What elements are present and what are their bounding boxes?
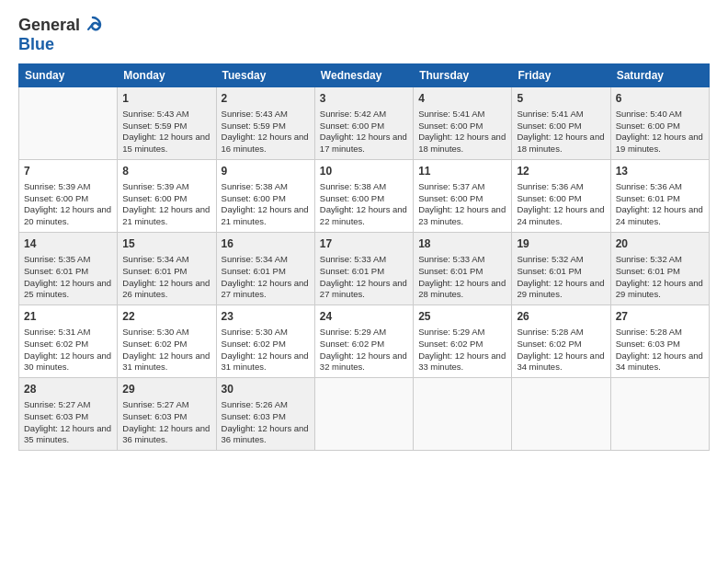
day-info: Sunrise: 5:27 AMSunset: 6:03 PMDaylight:… (122, 399, 210, 446)
day-info: Sunrise: 5:29 AMSunset: 6:02 PMDaylight:… (320, 327, 408, 373)
calendar-cell: 30Sunrise: 5:26 AMSunset: 6:03 PMDayligh… (216, 378, 314, 451)
day-number: 22 (122, 309, 210, 325)
calendar-cell: 29Sunrise: 5:27 AMSunset: 6:03 PMDayligh… (118, 378, 216, 451)
calendar-cell: 1Sunrise: 5:43 AMSunset: 5:59 PMDaylight… (118, 87, 216, 160)
day-number: 20 (616, 236, 704, 252)
calendar-header-saturday: Saturday (610, 64, 709, 87)
day-number: 9 (222, 164, 310, 179)
day-number: 17 (320, 236, 408, 252)
calendar-header-thursday: Thursday (414, 64, 512, 87)
calendar-cell (314, 378, 413, 451)
calendar-week-row: 28Sunrise: 5:27 AMSunset: 6:03 PMDayligh… (19, 378, 710, 451)
day-number: 15 (122, 236, 210, 252)
calendar-cell: 4Sunrise: 5:41 AMSunset: 6:00 PMDaylight… (414, 87, 512, 160)
day-number: 6 (616, 91, 704, 107)
day-number: 29 (122, 382, 210, 397)
day-number: 25 (418, 309, 506, 325)
day-info: Sunrise: 5:42 AMSunset: 6:00 PMDaylight:… (320, 109, 408, 155)
calendar-header-wednesday: Wednesday (314, 64, 413, 87)
calendar-cell: 15Sunrise: 5:34 AMSunset: 6:01 PMDayligh… (118, 233, 216, 305)
calendar-cell: 12Sunrise: 5:36 AMSunset: 6:00 PMDayligh… (512, 160, 610, 233)
day-number: 16 (222, 236, 310, 252)
calendar-cell: 28Sunrise: 5:27 AMSunset: 6:03 PMDayligh… (19, 378, 118, 451)
day-info: Sunrise: 5:35 AMSunset: 6:01 PMDaylight:… (24, 254, 112, 301)
day-info: Sunrise: 5:43 AMSunset: 5:59 PMDaylight:… (122, 109, 210, 155)
day-number: 28 (24, 382, 112, 397)
day-info: Sunrise: 5:31 AMSunset: 6:02 PMDaylight:… (24, 327, 112, 373)
day-info: Sunrise: 5:36 AMSunset: 6:00 PMDaylight:… (517, 181, 605, 228)
calendar-cell: 9Sunrise: 5:38 AMSunset: 6:00 PMDaylight… (216, 160, 314, 233)
day-number: 27 (616, 309, 704, 325)
calendar-cell: 10Sunrise: 5:38 AMSunset: 6:00 PMDayligh… (314, 160, 413, 233)
calendar-cell: 20Sunrise: 5:32 AMSunset: 6:01 PMDayligh… (610, 233, 709, 305)
day-info: Sunrise: 5:32 AMSunset: 6:01 PMDaylight:… (517, 254, 605, 301)
day-info: Sunrise: 5:33 AMSunset: 6:01 PMDaylight:… (418, 254, 506, 301)
calendar-cell (19, 87, 118, 160)
day-number: 18 (418, 236, 506, 252)
day-number: 13 (616, 164, 704, 179)
calendar-week-row: 21Sunrise: 5:31 AMSunset: 6:02 PMDayligh… (19, 305, 710, 378)
day-info: Sunrise: 5:26 AMSunset: 6:03 PMDaylight:… (222, 399, 310, 446)
day-number: 12 (517, 164, 605, 179)
calendar-cell: 22Sunrise: 5:30 AMSunset: 6:02 PMDayligh… (118, 305, 216, 378)
day-info: Sunrise: 5:39 AMSunset: 6:00 PMDaylight:… (122, 181, 210, 228)
day-number: 26 (517, 309, 605, 325)
calendar-cell: 16Sunrise: 5:34 AMSunset: 6:01 PMDayligh… (216, 233, 314, 305)
logo-bird-icon (83, 15, 103, 35)
calendar-cell: 27Sunrise: 5:28 AMSunset: 6:03 PMDayligh… (610, 305, 709, 378)
day-info: Sunrise: 5:36 AMSunset: 6:01 PMDaylight:… (616, 181, 704, 228)
calendar-table: SundayMondayTuesdayWednesdayThursdayFrid… (18, 63, 710, 451)
calendar-cell (414, 378, 512, 451)
calendar-week-row: 7Sunrise: 5:39 AMSunset: 6:00 PMDaylight… (19, 160, 710, 233)
logo-blue-text: Blue (18, 35, 54, 54)
day-info: Sunrise: 5:38 AMSunset: 6:00 PMDaylight:… (320, 181, 408, 228)
calendar-cell: 6Sunrise: 5:40 AMSunset: 6:00 PMDaylight… (610, 87, 709, 160)
day-number: 14 (24, 236, 112, 252)
day-info: Sunrise: 5:41 AMSunset: 6:00 PMDaylight:… (418, 109, 506, 155)
day-info: Sunrise: 5:37 AMSunset: 6:00 PMDaylight:… (418, 181, 506, 228)
day-info: Sunrise: 5:38 AMSunset: 6:00 PMDaylight:… (222, 181, 310, 228)
calendar-header-row: SundayMondayTuesdayWednesdayThursdayFrid… (19, 64, 710, 87)
day-number: 3 (320, 91, 408, 107)
day-number: 11 (418, 164, 506, 179)
header: General Blue (18, 15, 710, 54)
day-info: Sunrise: 5:30 AMSunset: 6:02 PMDaylight:… (122, 327, 210, 373)
calendar-cell: 3Sunrise: 5:42 AMSunset: 6:00 PMDaylight… (314, 87, 413, 160)
calendar-cell: 11Sunrise: 5:37 AMSunset: 6:00 PMDayligh… (414, 160, 512, 233)
day-info: Sunrise: 5:34 AMSunset: 6:01 PMDaylight:… (222, 254, 310, 301)
calendar-cell: 18Sunrise: 5:33 AMSunset: 6:01 PMDayligh… (414, 233, 512, 305)
calendar-cell: 5Sunrise: 5:41 AMSunset: 6:00 PMDaylight… (512, 87, 610, 160)
calendar-cell: 13Sunrise: 5:36 AMSunset: 6:01 PMDayligh… (610, 160, 709, 233)
day-number: 2 (222, 91, 310, 107)
calendar-header-monday: Monday (118, 64, 216, 87)
calendar-header-tuesday: Tuesday (216, 64, 314, 87)
day-number: 21 (24, 309, 112, 325)
calendar-cell: 17Sunrise: 5:33 AMSunset: 6:01 PMDayligh… (314, 233, 413, 305)
day-number: 23 (222, 309, 310, 325)
calendar-cell (610, 378, 709, 451)
calendar-cell: 14Sunrise: 5:35 AMSunset: 6:01 PMDayligh… (19, 233, 118, 305)
calendar-cell: 21Sunrise: 5:31 AMSunset: 6:02 PMDayligh… (19, 305, 118, 378)
day-info: Sunrise: 5:40 AMSunset: 6:00 PMDaylight:… (616, 109, 704, 155)
day-number: 5 (517, 91, 605, 107)
day-number: 8 (122, 164, 210, 179)
day-info: Sunrise: 5:29 AMSunset: 6:02 PMDaylight:… (418, 327, 506, 373)
page: General Blue SundayMondayTuesdayWednesda… (0, 0, 728, 563)
calendar-cell (512, 378, 610, 451)
day-info: Sunrise: 5:34 AMSunset: 6:01 PMDaylight:… (122, 254, 210, 301)
calendar-cell: 26Sunrise: 5:28 AMSunset: 6:02 PMDayligh… (512, 305, 610, 378)
calendar-cell: 19Sunrise: 5:32 AMSunset: 6:01 PMDayligh… (512, 233, 610, 305)
calendar-cell: 7Sunrise: 5:39 AMSunset: 6:00 PMDaylight… (19, 160, 118, 233)
calendar-header-friday: Friday (512, 64, 610, 87)
day-info: Sunrise: 5:41 AMSunset: 6:00 PMDaylight:… (517, 109, 605, 155)
day-number: 7 (24, 164, 112, 179)
day-info: Sunrise: 5:39 AMSunset: 6:00 PMDaylight:… (24, 181, 112, 228)
day-info: Sunrise: 5:43 AMSunset: 5:59 PMDaylight:… (222, 109, 310, 155)
day-number: 1 (122, 91, 210, 107)
day-info: Sunrise: 5:32 AMSunset: 6:01 PMDaylight:… (616, 254, 704, 301)
day-number: 4 (418, 91, 506, 107)
day-info: Sunrise: 5:28 AMSunset: 6:02 PMDaylight:… (517, 327, 605, 373)
calendar-header-sunday: Sunday (19, 64, 118, 87)
day-number: 10 (320, 164, 408, 179)
day-info: Sunrise: 5:33 AMSunset: 6:01 PMDaylight:… (320, 254, 408, 301)
